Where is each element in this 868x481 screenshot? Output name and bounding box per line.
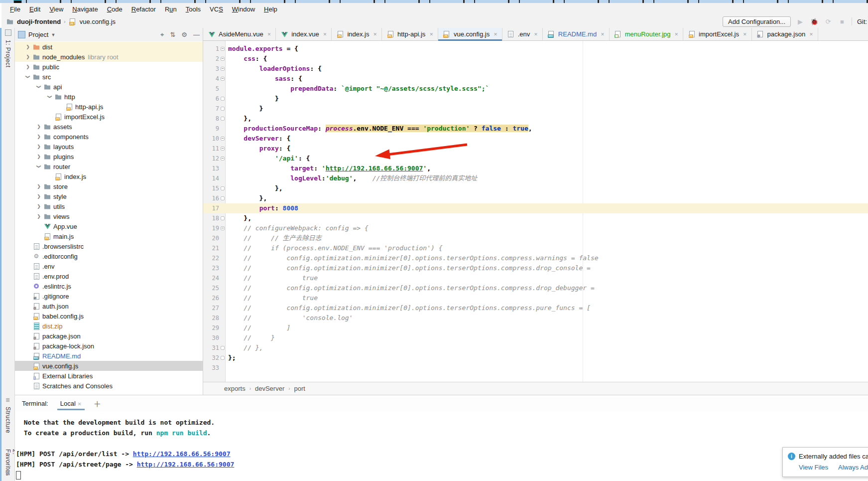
tab-vue-config-js[interactable]: JSvue.config.js✕ [438,28,502,40]
code-line-2[interactable]: 2 css: { [203,54,868,64]
code-line-33[interactable]: 33 [203,363,868,373]
code-line-4[interactable]: 4 sass: { [203,74,868,84]
code-line-22[interactable]: 22 // config.optimization.minimizer[0].o… [203,253,868,263]
fold-marker[interactable] [221,147,225,151]
fold-marker[interactable] [221,47,225,51]
code-line-30[interactable]: 30 // } [203,333,868,343]
tree-item-style[interactable]: ❯style [15,191,203,201]
code-line-31[interactable]: 31 // }, [203,343,868,353]
menu-vcs[interactable]: VCS [205,4,228,14]
gear-icon[interactable]: ⚙ [181,31,187,39]
tree-item-dist[interactable]: ❯dist [15,42,203,52]
tree-item-importexcel-js[interactable]: JSimportExcel.js [15,112,203,122]
code-line-17[interactable]: 17 port: 8008 [203,203,868,213]
chevron-down-icon[interactable]: ▼ [51,32,55,37]
chevron-right-icon[interactable]: ❯ [34,194,43,199]
code-line-6[interactable]: 6 } [203,94,868,104]
tree-item-external-libraries[interactable]: ≡External Libraries [15,371,203,381]
tree-item-package-lock-json[interactable]: {}package-lock.json [15,341,203,351]
code-line-12[interactable]: 12 '/api': { [203,154,868,163]
tab-index-js[interactable]: JSindex.js✕ [332,28,382,40]
close-icon[interactable]: ✕ [601,32,605,37]
code-line-10[interactable]: 10 devServer: { [203,134,868,144]
add-configuration-button[interactable]: Add Configuration... [723,16,791,27]
code-line-16[interactable]: 16 }, [203,193,868,203]
chevron-right-icon[interactable]: ❯ [34,134,43,139]
fold-marker[interactable] [221,77,225,81]
tree-item-vue-config-js[interactable]: JSvue.config.js [15,361,203,371]
code-line-32[interactable]: 32}; [203,353,868,363]
grid-icon[interactable]: ≣ [5,397,10,403]
code-line-8[interactable]: 8 }, [203,114,868,124]
close-icon[interactable]: ✕ [494,32,497,37]
terminal-link[interactable]: http://192.168.66.56:9007 [137,461,235,468]
tab-menurouter-jpg[interactable]: ▦menuRouter.jpg✕ [610,28,683,40]
terminal-link[interactable]: http://192.168.66.56:9007 [133,450,231,458]
code-line-23[interactable]: 23 // config.optimization.minimizer[0].o… [203,263,868,273]
tree-item-app-vue[interactable]: App.vue [15,221,203,231]
stripe-project-tab[interactable]: 1: Project [4,40,11,68]
menu-file[interactable]: File [5,4,25,14]
fold-marker[interactable] [221,137,225,141]
fold-marker[interactable] [221,157,225,160]
tree-item-public[interactable]: ❯public [15,62,203,72]
chevron-down-icon[interactable]: ❯ [36,82,41,91]
menu-tools[interactable]: Tools [181,4,205,14]
tree-item-package-json[interactable]: {}package.json [15,331,203,341]
code-line-19[interactable]: 19 // configureWebpack: config => { [203,223,868,233]
tree-item-auth-json[interactable]: {}auth.json [15,301,203,311]
tree-item--env-prod[interactable]: .env.prod [15,271,203,281]
tree-item--eslintrc-js[interactable]: .eslintrc.js [15,281,203,291]
terminal-tab-local[interactable]: Local ✕ [57,397,85,410]
code-line-9[interactable]: 9 productionSourceMap: process.env.NODE_… [203,124,868,134]
code-line-28[interactable]: 28 // 'console.log' [203,313,868,323]
hide-panel-icon[interactable]: — [193,31,200,39]
chevron-right-icon[interactable]: ❯ [34,214,43,219]
menu-edit[interactable]: Edit [25,4,45,14]
code-editor[interactable]: 1module.exports = {2 css: {3 loaderOptio… [203,41,868,382]
tree-item--gitignore[interactable]: ⊘.gitignore [15,291,203,301]
chevron-right-icon[interactable]: ❯ [23,44,32,49]
coverage-icon[interactable]: ⟳ [824,18,833,25]
editor-breadcrumb-devserver[interactable]: devServer [255,385,284,392]
fold-marker[interactable] [221,67,225,71]
favorites-star-icon[interactable]: ★ [4,469,11,477]
stripe-structure-tab[interactable]: Structure [4,407,11,433]
new-terminal-icon[interactable]: ＋ [94,398,101,409]
code-line-18[interactable]: 18 }, [203,213,868,223]
close-icon[interactable]: ✕ [267,32,271,37]
code-line-24[interactable]: 24 // true [203,273,868,283]
tree-item--editorconfig[interactable]: ⚙.editorconfig [15,251,203,261]
chevron-right-icon[interactable]: ❯ [23,54,32,59]
collapse-all-icon[interactable]: ⇅ [170,31,175,39]
code-line-15[interactable]: 15 }, [203,183,868,193]
chevron-down-icon[interactable]: ❯ [25,72,30,81]
notification-action-always-add[interactable]: Always Add [838,464,868,471]
tree-item-src[interactable]: ❯src [15,72,203,82]
fold-marker[interactable] [221,226,225,230]
tree-item-components[interactable]: ❯components [15,132,203,142]
tab-http-api-js[interactable]: JShttp-api.js✕ [382,28,438,40]
fold-marker[interactable] [221,346,225,350]
editor-breadcrumb-port[interactable]: port [294,385,305,392]
editor-breadcrumb-exports[interactable]: exports [224,385,246,392]
code-line-27[interactable]: 27 // config.optimization.minimizer[0].o… [203,303,868,313]
menu-navigate[interactable]: Navigate [68,4,102,14]
code-line-20[interactable]: 20 // // 生产去除日志 [203,233,868,243]
close-icon[interactable]: ✕ [743,32,747,37]
tree-item-layouts[interactable]: ❯layouts [15,142,203,152]
menu-window[interactable]: Window [228,4,259,14]
tree-item-http[interactable]: ❯http [15,92,203,102]
menu-refactor[interactable]: Refactor [127,4,160,14]
tree-item-dist-zip[interactable]: dist.zip [15,321,203,331]
tab--env[interactable]: .env✕ [502,28,543,40]
code-line-25[interactable]: 25 // config.optimization.minimizer[0].o… [203,283,868,293]
stop-icon[interactable]: ■ [838,18,847,25]
chevron-down-icon[interactable]: ❯ [47,92,52,101]
chevron-right-icon[interactable]: ❯ [34,154,43,159]
fold-marker[interactable] [221,216,225,220]
fold-marker[interactable] [221,107,225,111]
run-icon[interactable]: ▶ [796,18,805,25]
tree-item--env[interactable]: .env [15,261,203,271]
code-line-26[interactable]: 26 // true [203,293,868,303]
